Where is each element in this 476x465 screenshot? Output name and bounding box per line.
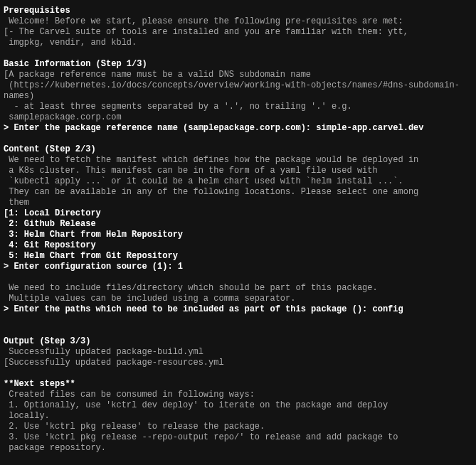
content-line: a K8s cluster. This manifest can be in t… [4,166,472,176]
prereq-line: [- The Carvel suite of tools are install… [4,27,472,38]
basic-heading: Basic Information (Step 1/3) [4,59,472,70]
content-option: 3: Helm Chart from Helm Repository [4,230,472,240]
content-line: Multiple values can be included using a … [4,294,472,304]
next-line: package repository. [4,443,472,454]
basic-line: - at least three segments separated by a… [4,102,472,112]
basic-line: (https://kubernetes.io/docs/concepts/ove… [4,80,472,102]
content-prompt: > Enter configuration source (1): 1 [4,262,472,272]
content-line: We need to fetch the manifest which defi… [4,155,472,166]
next-line: 2. Use 'kctrl pkg release' to release th… [4,422,472,432]
content-option: 5: Helm Chart from Git Repository [4,251,472,262]
next-line: 1. Optionally, use 'kctrl dev deploy' to… [4,400,472,411]
next-line: 3. Use 'kctrl pkg release --repo-output … [4,432,472,443]
terminal-output: Prerequisites Welcome! Before we start, … [4,6,472,465]
content-line: them [4,198,472,208]
basic-prompt: > Enter the package reference name (samp… [4,123,472,134]
prereq-line: Welcome! Before we start, please ensure … [4,16,472,27]
output-heading: Output (Step 3/3) [4,336,472,347]
prereq-heading: Prerequisites [4,6,472,16]
content-prompt: > Enter the paths which need to be inclu… [4,304,472,315]
content-line: `kubectl apply ...` or it could be a hel… [4,176,472,187]
next-line: locally. [4,411,472,422]
next-line: Created files can be consumed in followi… [4,390,472,400]
content-line: They can be available in any of the foll… [4,187,472,198]
basic-line: [A package reference name must be a vali… [4,70,472,80]
content-option: [1: Local Directory [4,208,472,219]
content-option: 4: Git Repository [4,240,472,251]
content-option: 2: Github Release [4,219,472,230]
basic-line: samplepackage.corp.com [4,112,472,123]
output-line: [Successfully updated package-resources.… [4,358,472,368]
output-line: Successfully updated package-build.yml [4,347,472,358]
content-line: We need to include files/directory which… [4,283,472,294]
prereq-line: imgpkg, vendir, and kbld. [4,38,472,48]
content-heading: Content (Step 2/3) [4,144,472,155]
next-heading: **Next steps** [4,379,472,390]
